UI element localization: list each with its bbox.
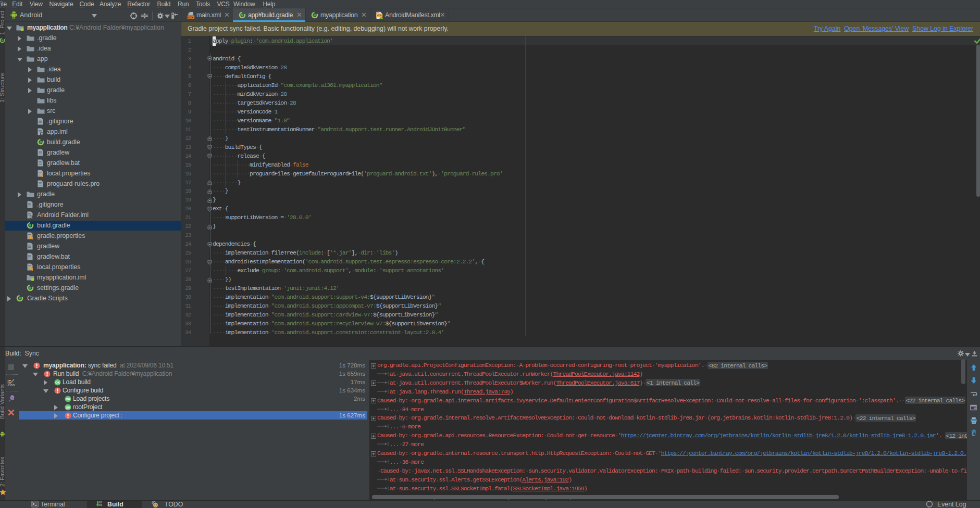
svg-text:OK: OK [66, 405, 71, 409]
svg-text:<>: <> [188, 16, 193, 19]
svg-text:10: 10 [99, 504, 102, 507]
svg-text:<>: <> [377, 14, 381, 18]
svg-text:ab: ab [10, 383, 15, 387]
